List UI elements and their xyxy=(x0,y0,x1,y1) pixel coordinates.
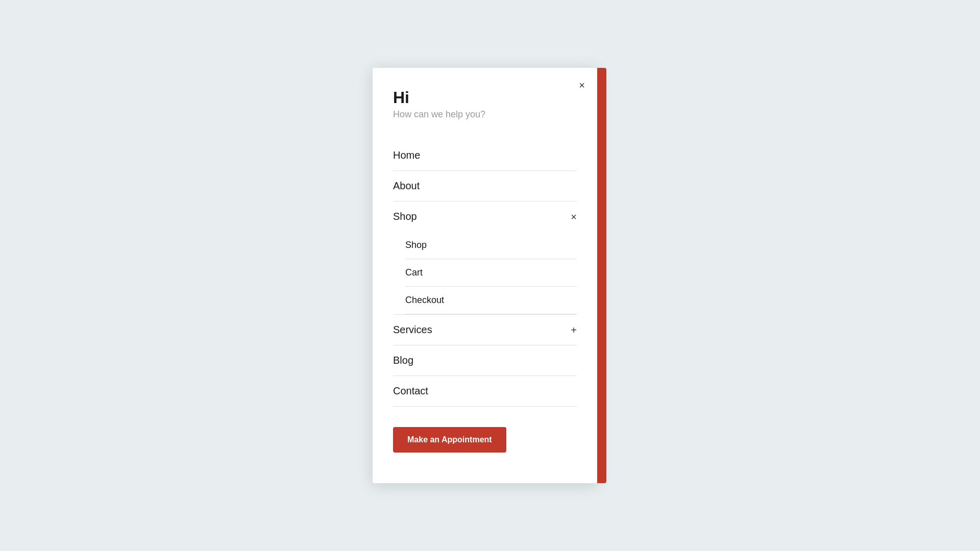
sub-nav-label-cart: Cart xyxy=(405,267,423,278)
appointment-button[interactable]: Make an Appointment xyxy=(393,427,506,453)
modal: × Hi How can we help you? Home About xyxy=(373,68,597,483)
nav-label-about: About xyxy=(393,180,420,192)
close-button[interactable]: × xyxy=(577,78,587,92)
greeting-sub: How can we help you? xyxy=(393,109,577,120)
nav-item-shop-row[interactable]: Shop × xyxy=(393,202,577,232)
sub-nav-item-shop: Shop xyxy=(405,232,577,259)
sub-nav-cart-row[interactable]: Cart xyxy=(405,259,577,286)
nav-item-home: Home xyxy=(393,140,577,171)
services-toggle-icon[interactable]: + xyxy=(571,325,577,335)
nav-item-blog-row[interactable]: Blog xyxy=(393,345,577,375)
shop-toggle-icon[interactable]: × xyxy=(571,212,577,222)
greeting-section: Hi How can we help you? xyxy=(393,88,577,120)
nav-label-home: Home xyxy=(393,149,420,161)
sub-nav-label-checkout: Checkout xyxy=(405,295,444,305)
nav-item-blog: Blog xyxy=(393,345,577,376)
sub-nav-checkout-row[interactable]: Checkout xyxy=(405,287,577,314)
modal-wrapper: × Hi How can we help you? Home About xyxy=(373,68,607,483)
nav-label-contact: Contact xyxy=(393,385,428,397)
nav-list: Home About Shop × xyxy=(393,140,577,407)
sub-nav-item-checkout: Checkout xyxy=(405,287,577,314)
sub-nav-shop-row[interactable]: Shop xyxy=(405,232,577,259)
nav-item-home-row[interactable]: Home xyxy=(393,140,577,170)
main-nav: Home About Shop × xyxy=(393,140,577,407)
shop-sub-nav: Shop Cart Checkout xyxy=(393,232,577,314)
nav-label-blog: Blog xyxy=(393,355,413,366)
sub-nav-label-shop: Shop xyxy=(405,240,427,250)
nav-item-shop: Shop × Shop Cart xyxy=(393,202,577,315)
nav-item-services-row[interactable]: Services + xyxy=(393,315,577,345)
nav-label-shop: Shop xyxy=(393,211,417,222)
greeting-bold: Hi xyxy=(393,88,577,107)
nav-label-services: Services xyxy=(393,324,432,336)
nav-item-contact: Contact xyxy=(393,376,577,407)
nav-item-contact-row[interactable]: Contact xyxy=(393,376,577,406)
nav-item-about-row[interactable]: About xyxy=(393,171,577,201)
nav-item-services: Services + xyxy=(393,315,577,345)
sub-nav-item-cart: Cart xyxy=(405,259,577,287)
red-bar xyxy=(597,68,606,483)
nav-item-about: About xyxy=(393,171,577,202)
